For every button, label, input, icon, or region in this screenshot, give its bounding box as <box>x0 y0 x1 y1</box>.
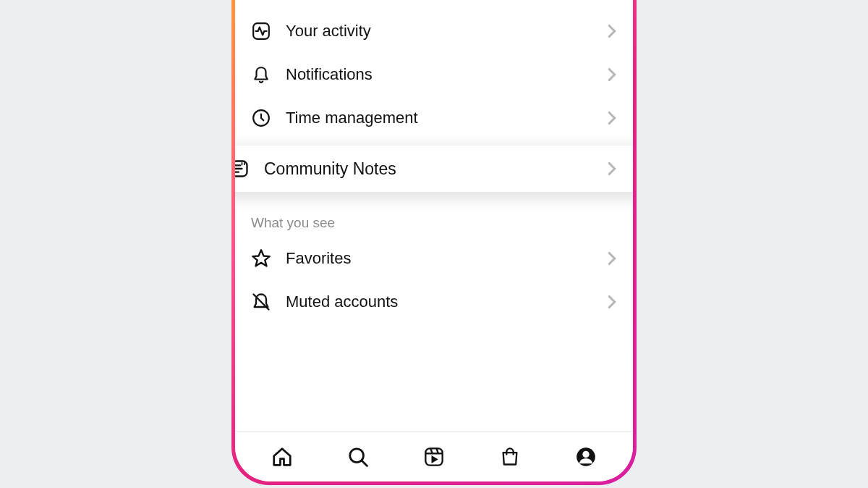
highlighted-row-wrap: Community Notes <box>235 146 633 192</box>
nav-search[interactable] <box>343 442 373 472</box>
profile-icon <box>576 447 596 467</box>
row-label: Time management <box>286 109 592 127</box>
nav-reels[interactable] <box>419 442 449 472</box>
settings-row-favorites[interactable]: Favorites <box>235 237 633 280</box>
chevron-right-icon <box>607 111 617 125</box>
settings-row-activity[interactable]: Your activity <box>235 9 633 53</box>
nav-profile[interactable] <box>571 442 601 472</box>
chevron-right-icon <box>607 251 617 266</box>
chevron-right-icon <box>607 67 617 82</box>
settings-row-muted-accounts[interactable]: Muted accounts <box>235 280 633 324</box>
search-icon <box>347 446 369 468</box>
row-label: Favorites <box>286 249 592 268</box>
star-icon <box>251 248 271 269</box>
phone-screen: Archive Your activity <box>235 0 633 481</box>
bottom-nav <box>235 431 633 481</box>
row-label: Notifications <box>286 65 592 84</box>
svg-point-15 <box>583 450 590 457</box>
chevron-right-icon <box>607 161 617 176</box>
settings-row-community-notes[interactable]: Community Notes <box>235 146 633 192</box>
nav-home[interactable] <box>267 442 297 472</box>
settings-row-time-management[interactable]: Time management <box>235 96 633 140</box>
settings-list: Archive Your activity <box>235 0 633 324</box>
settings-row-notifications[interactable]: Notifications <box>235 53 633 96</box>
row-label: Community Notes <box>264 159 592 179</box>
svg-line-9 <box>362 460 367 466</box>
home-icon <box>271 446 293 468</box>
section-header-what-you-see: What you see <box>235 198 633 237</box>
row-label: Muted accounts <box>286 293 592 311</box>
muted-icon <box>251 292 271 312</box>
settings-row-archive[interactable]: Archive <box>235 0 633 9</box>
nav-shop[interactable] <box>495 442 525 472</box>
row-label: Your activity <box>286 22 592 41</box>
chevron-right-icon <box>607 24 617 38</box>
svg-rect-10 <box>425 448 442 465</box>
activity-icon <box>251 21 271 41</box>
clock-icon <box>251 108 271 128</box>
chevron-right-icon <box>607 295 617 309</box>
phone-frame: Archive Your activity <box>231 0 637 485</box>
shop-icon <box>500 447 520 467</box>
reels-icon <box>424 447 444 467</box>
bell-icon <box>251 64 271 85</box>
notes-icon <box>235 159 250 179</box>
